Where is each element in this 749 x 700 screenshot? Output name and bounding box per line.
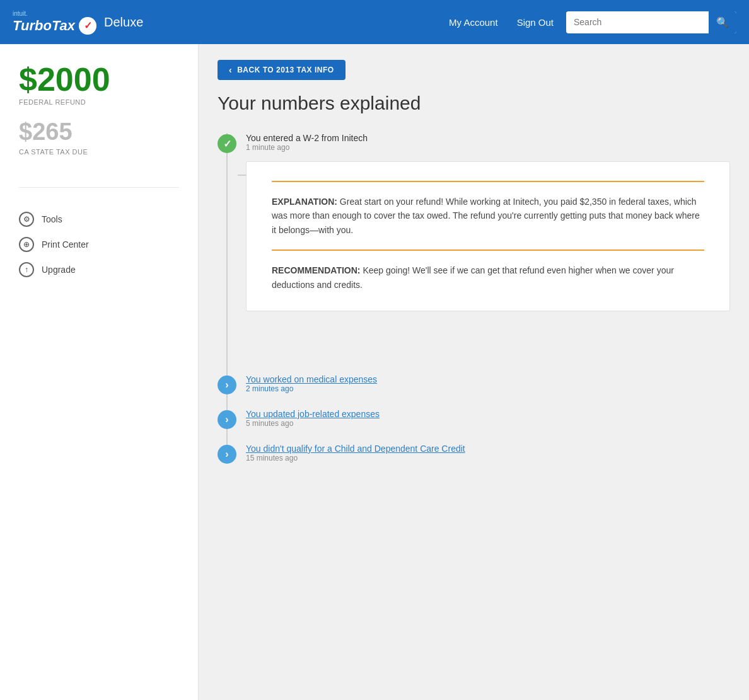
timeline-item-job: › You updated job-related expenses 5 min…: [218, 409, 730, 428]
timeline-time-child-care: 15 minutes ago: [246, 454, 730, 462]
chevron-right-icon-3: ›: [225, 449, 228, 460]
explanation-text: EXPLANATION: Great start on your refund!…: [272, 195, 704, 237]
timeline-dot-child-care: ›: [218, 445, 236, 464]
deluxe-label: Deluxe: [104, 15, 143, 30]
main-layout: $2000 FEDERAL REFUND $265 CA STATE TAX D…: [0, 44, 749, 700]
checkmark-icon: [79, 17, 96, 35]
middle-divider: [272, 250, 704, 251]
timeline-header-w2: You entered a W-2 from Initech 1 minute …: [246, 133, 730, 152]
chevron-right-icon-2: ›: [225, 414, 228, 425]
federal-refund-amount: $2000: [19, 63, 179, 96]
recommendation-label: RECOMMENDATION:: [272, 265, 361, 275]
timeline-time-job: 5 minutes ago: [246, 419, 730, 428]
timeline-dot-job: ›: [218, 410, 236, 429]
top-divider: [272, 181, 704, 182]
timeline: ✓ You entered a W-2 from Initech 1 minut…: [218, 133, 730, 462]
content-inner: Your numbers explained ✓ You entered a W…: [199, 80, 749, 497]
my-account-link[interactable]: My Account: [449, 17, 498, 28]
print-icon: ⊕: [19, 237, 34, 252]
timeline-title-child-care[interactable]: You didn't qualify for a Child and Depen…: [246, 444, 730, 454]
timeline-item-medical: › You worked on medical expenses 2 minut…: [218, 374, 730, 393]
explanation-card: EXPLANATION: Great start on your refund!…: [246, 161, 730, 311]
sidebar-divider: [19, 187, 179, 188]
timeline-time-w2: 1 minute ago: [246, 143, 730, 152]
logo: intuit. TurboTax Deluxe: [13, 10, 143, 35]
tools-icon: ⚙: [19, 212, 34, 227]
timeline-item-w2: ✓ You entered a W-2 from Initech 1 minut…: [218, 133, 730, 311]
search-button[interactable]: 🔍: [709, 11, 736, 33]
timeline-title-medical[interactable]: You worked on medical expenses: [246, 374, 730, 384]
check-icon: ✓: [223, 138, 231, 150]
search-input[interactable]: [566, 12, 709, 32]
state-tax-label: CA STATE TAX DUE: [19, 148, 179, 156]
timeline-dot-active: ✓: [218, 134, 236, 153]
header-nav: My Account Sign Out: [449, 17, 554, 28]
sign-out-link[interactable]: Sign Out: [517, 17, 554, 28]
page-title: Your numbers explained: [218, 93, 730, 114]
logo-area: intuit. TurboTax Deluxe: [13, 10, 143, 35]
back-button[interactable]: ‹ BACK TO 2013 TAX INFO: [218, 60, 345, 80]
timeline-gap: [218, 336, 730, 374]
back-button-label: BACK TO 2013 TAX INFO: [237, 66, 334, 74]
sidebar: $2000 FEDERAL REFUND $265 CA STATE TAX D…: [0, 44, 199, 700]
upgrade-icon: ↑: [19, 262, 34, 277]
state-tax-amount: $265: [19, 118, 179, 146]
sidebar-item-print-center[interactable]: ⊕ Print Center: [19, 232, 179, 257]
sidebar-item-tools[interactable]: ⚙ Tools: [19, 207, 179, 232]
timeline-title-job[interactable]: You updated job-related expenses: [246, 409, 730, 419]
explanation-label: EXPLANATION:: [272, 197, 337, 207]
timeline-time-medical[interactable]: 2 minutes ago: [246, 384, 730, 393]
main-content: ‹ BACK TO 2013 TAX INFO Your numbers exp…: [199, 44, 749, 700]
timeline-dot-medical: ›: [218, 376, 236, 394]
federal-refund-label: FEDERAL REFUND: [19, 98, 179, 106]
tools-label: Tools: [42, 214, 62, 224]
sidebar-menu: ⚙ Tools ⊕ Print Center ↑ Upgrade: [19, 207, 179, 282]
print-label: Print Center: [42, 239, 89, 250]
back-arrow-icon: ‹: [229, 65, 232, 75]
timeline-item-child-care: › You didn't qualify for a Child and Dep…: [218, 444, 730, 462]
intuit-label: intuit.: [13, 10, 96, 17]
search-icon: 🔍: [716, 16, 729, 28]
sidebar-item-upgrade[interactable]: ↑ Upgrade: [19, 257, 179, 282]
recommendation-text: RECOMMENDATION: Keep going! We'll see if…: [272, 263, 704, 292]
chevron-right-icon: ›: [225, 379, 228, 391]
timeline-title-w2: You entered a W-2 from Initech: [246, 133, 730, 143]
upgrade-label: Upgrade: [42, 265, 76, 275]
search-box: 🔍: [566, 11, 736, 33]
turbotax-label: TurboTax: [13, 18, 75, 34]
header: intuit. TurboTax Deluxe My Account Sign …: [0, 0, 749, 44]
